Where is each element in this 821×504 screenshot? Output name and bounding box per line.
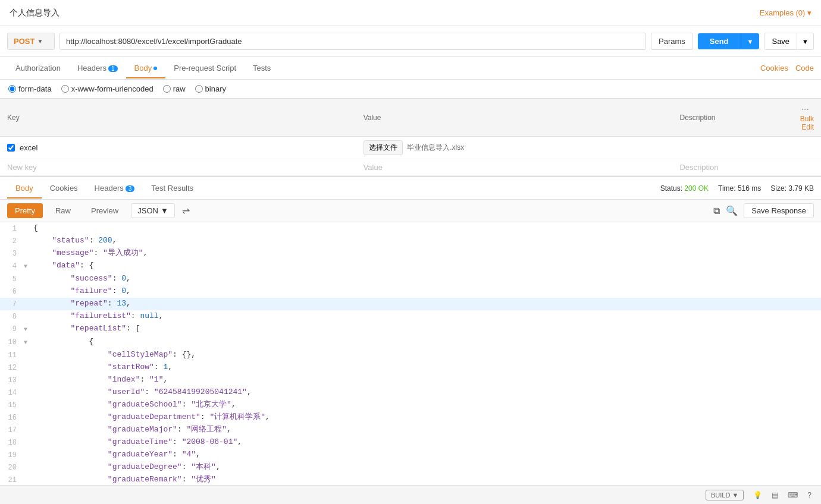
view-preview-button[interactable]: Preview (83, 203, 126, 218)
radio-urlencoded[interactable]: x-www-form-urlencoded (61, 84, 153, 93)
save-dropdown-button[interactable]: ▼ (797, 33, 813, 49)
collapse-toggle (24, 386, 33, 399)
build-badge[interactable]: BUILD ▼ (706, 490, 744, 500)
json-line: 10▼ { (0, 336, 821, 349)
row-description (672, 137, 792, 159)
collapse-toggle (24, 349, 33, 361)
page-title: 个人信息导入 (10, 8, 59, 18)
collapse-toggle (24, 273, 33, 285)
status-label: Status: 200 OK (660, 184, 709, 193)
url-bar: POST ▼ Params Send ▼ Save ▼ (0, 26, 821, 57)
layout-icon[interactable]: ▤ (772, 491, 778, 499)
format-chevron-icon: ▼ (161, 206, 168, 215)
radio-binary[interactable]: binary (195, 84, 226, 93)
json-line: 4▼ "data": { (0, 260, 821, 273)
code-link[interactable]: Code (795, 64, 814, 73)
bottom-bar: BUILD ▼ 💡 ▤ ⌨ ? (0, 485, 821, 504)
json-line: 9▼ "repeatList": [ (0, 323, 821, 336)
save-response-button[interactable]: Save Response (744, 203, 814, 218)
json-line: 8 "failureList": null, (0, 310, 821, 323)
status-info: Status: 200 OK Time: 516 ms Size: 3.79 K… (660, 184, 814, 193)
json-line: 19 "graduateYear": "4", (0, 449, 821, 461)
format-select[interactable]: JSON ▼ (131, 203, 175, 218)
json-line: 14 "userId": "624584199205041241", (0, 386, 821, 399)
search-icon[interactable]: 🔍 (726, 205, 738, 216)
collapse-toggle[interactable]: ▼ (24, 260, 33, 273)
table-row: excel 选择文件 毕业信息导入.xlsx (0, 137, 821, 159)
copy-icon[interactable]: ⧉ (713, 206, 720, 216)
res-tab-cookies[interactable]: Cookies (42, 179, 86, 199)
radio-raw[interactable]: raw (163, 84, 186, 93)
top-bar: 个人信息导入 Examples (0) ▾ (0, 0, 821, 26)
json-line: 7 "repeat": 13, (0, 298, 821, 310)
url-input[interactable] (59, 33, 646, 50)
tab-pre-request[interactable]: Pre-request Script (165, 59, 245, 78)
json-line: 13 "index": "1", (0, 374, 821, 386)
collapse-toggle (24, 247, 33, 260)
new-value-placeholder[interactable]: Value (364, 163, 383, 172)
params-button[interactable]: Params (651, 33, 693, 50)
json-line: 12 "startRow": 1, (0, 361, 821, 374)
row-checkbox[interactable] (7, 144, 15, 152)
tab-headers[interactable]: Headers1 (69, 59, 126, 78)
body-dot (153, 67, 157, 70)
collapse-toggle (24, 310, 33, 323)
collapse-toggle (24, 361, 33, 374)
right-tabs: Cookies Code (760, 64, 814, 73)
send-dropdown-button[interactable]: ▼ (741, 33, 760, 49)
request-tabs: Authorization Headers1 Body Pre-request … (0, 57, 821, 80)
more-icon[interactable]: ··· (801, 104, 809, 114)
file-name: 毕业信息导入.xlsx (407, 143, 464, 152)
method-chevron-icon: ▼ (37, 38, 43, 45)
bulk-edit-button[interactable]: Bulk Edit (800, 115, 814, 131)
form-table: Key Value Description ··· Bulk Edit exce… (0, 99, 821, 176)
time-value: 516 ms (738, 184, 761, 193)
res-tab-test-results[interactable]: Test Results (143, 179, 202, 199)
method-select[interactable]: POST ▼ (7, 33, 55, 50)
collapse-toggle (24, 235, 33, 247)
json-viewer: 1{2 "status": 200,3 "message": "导入成功",4▼… (0, 222, 821, 484)
json-line: 16 "graduateDepartment": "计算机科学系", (0, 411, 821, 424)
toolbar-icons: ⧉ 🔍 Save Response (713, 203, 814, 218)
cookies-link[interactable]: Cookies (760, 64, 788, 73)
res-headers-badge: 3 (126, 185, 135, 192)
collapse-toggle (24, 374, 33, 386)
wrap-icon[interactable]: ⇌ (182, 205, 190, 216)
help-icon[interactable]: ? (807, 491, 811, 499)
status-value: 200 OK (684, 184, 709, 193)
json-line: 20 "graduateDegree": "本科", (0, 461, 821, 474)
json-line: 15 "graduateSchool": "北京大学", (0, 399, 821, 411)
json-line: 3 "message": "导入成功", (0, 247, 821, 260)
radio-form-data[interactable]: form-data (8, 84, 52, 93)
send-button[interactable]: Send (698, 33, 741, 49)
response-section: Body Cookies Headers3 Test Results Statu… (0, 176, 821, 484)
json-line: 1{ (0, 222, 821, 235)
choose-file-button[interactable]: 选择文件 (364, 140, 403, 155)
tab-tests[interactable]: Tests (245, 59, 279, 78)
collapse-toggle[interactable]: ▼ (24, 323, 33, 336)
res-tab-body[interactable]: Body (7, 179, 42, 199)
time-label: Time: 516 ms (718, 184, 761, 193)
json-line: 5 "success": 0, (0, 273, 821, 285)
view-pretty-button[interactable]: Pretty (7, 203, 43, 218)
view-raw-button[interactable]: Raw (48, 203, 79, 218)
new-key-placeholder[interactable]: New key (7, 163, 37, 172)
tab-body[interactable]: Body (126, 59, 166, 78)
save-button[interactable]: Save (764, 33, 797, 49)
collapse-toggle[interactable]: ▼ (24, 336, 33, 349)
examples-button[interactable]: Examples (0) ▾ (760, 8, 811, 17)
collapse-toggle (24, 298, 33, 310)
headers-badge: 1 (108, 65, 118, 72)
key-text: excel (20, 143, 37, 152)
collapse-toggle (24, 424, 33, 436)
keyboard-icon[interactable]: ⌨ (788, 491, 798, 499)
json-line: 18 "graduateTime": "2008-06-01", (0, 436, 821, 449)
tab-authorization[interactable]: Authorization (7, 59, 69, 78)
response-tabs-bar: Body Cookies Headers3 Test Results Statu… (0, 177, 821, 200)
lightbulb-icon[interactable]: 💡 (753, 491, 762, 499)
json-line: 11 "cellStyleMap": {}, (0, 349, 821, 361)
collapse-toggle (24, 449, 33, 461)
new-desc-placeholder[interactable]: Description (679, 163, 718, 172)
json-line: 6 "failure": 0, (0, 285, 821, 298)
res-tab-headers[interactable]: Headers3 (86, 179, 143, 199)
